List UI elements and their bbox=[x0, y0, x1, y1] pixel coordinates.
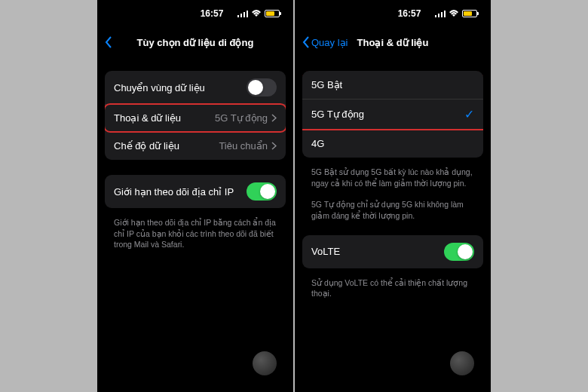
row-data-mode[interactable]: Chế độ dữ liệu Tiêu chuẩn bbox=[105, 131, 286, 160]
svg-rect-6 bbox=[441, 12, 443, 17]
toggle-volte[interactable] bbox=[444, 243, 474, 261]
option-5g-auto[interactable]: 5G Tự động ✓ bbox=[302, 100, 483, 129]
row-label: Chế độ dữ liệu bbox=[114, 140, 219, 152]
row-value: Tiêu chuẩn bbox=[219, 140, 268, 152]
status-bar: 16:57 bbox=[97, 0, 293, 27]
phone-screen-left: 16:57 Tùy chọn dữ liệu di động Chuyển vù… bbox=[97, 0, 293, 392]
back-button[interactable]: Quay lại bbox=[302, 36, 348, 48]
page-title: Thoại & dữ liệu bbox=[357, 37, 429, 48]
option-5g-on[interactable]: 5G Bật bbox=[302, 71, 483, 100]
row-label: Giới hạn theo dõi địa chỉ IP bbox=[114, 186, 247, 198]
svg-rect-0 bbox=[237, 15, 239, 17]
status-bar: 16:57 bbox=[295, 0, 491, 27]
signal-icon bbox=[237, 10, 248, 17]
svg-rect-2 bbox=[243, 12, 245, 17]
wifi-icon bbox=[251, 10, 262, 17]
svg-rect-5 bbox=[438, 14, 439, 17]
status-time: 16:57 bbox=[384, 8, 435, 19]
battery-icon bbox=[462, 10, 477, 17]
battery-icon bbox=[265, 10, 280, 17]
row-label: Thoại & dữ liệu bbox=[114, 112, 215, 124]
settings-group-volte: VoLTE bbox=[302, 235, 483, 268]
back-button[interactable] bbox=[105, 36, 112, 48]
row-label: VoLTE bbox=[311, 246, 444, 257]
row-label: Chuyển vùng dữ liệu bbox=[114, 82, 247, 93]
row-label: 5G Bật bbox=[311, 79, 474, 90]
back-label: Quay lại bbox=[311, 37, 348, 48]
svg-rect-4 bbox=[435, 15, 436, 17]
svg-rect-7 bbox=[444, 11, 446, 17]
chevron-left-icon bbox=[302, 36, 310, 48]
footer-volte: Sử dụng VoLTE có thể cải thiện chất lượn… bbox=[302, 273, 483, 299]
nav-bar: Quay lại Thoại & dữ liệu bbox=[295, 27, 491, 57]
chevron-right-icon bbox=[271, 142, 277, 150]
svg-rect-3 bbox=[247, 11, 248, 17]
nav-bar: Tùy chọn dữ liệu di động bbox=[97, 27, 293, 57]
row-label: 4G bbox=[311, 138, 474, 149]
chevron-left-icon bbox=[105, 36, 112, 48]
page-title: Tùy chọn dữ liệu di động bbox=[137, 37, 254, 48]
row-label: 5G Tự động bbox=[311, 109, 464, 120]
svg-rect-1 bbox=[240, 14, 242, 17]
chevron-right-icon bbox=[271, 114, 277, 122]
row-data-roaming[interactable]: Chuyển vùng dữ liệu bbox=[105, 71, 286, 105]
toggle-ip-limit[interactable] bbox=[247, 182, 277, 201]
assistive-touch[interactable] bbox=[450, 351, 474, 375]
settings-group-ip: Giới hạn theo dõi địa chỉ IP bbox=[105, 175, 286, 208]
checkmark-icon: ✓ bbox=[464, 107, 474, 121]
row-volte[interactable]: VoLTE bbox=[302, 235, 483, 268]
option-4g[interactable]: 4G bbox=[302, 129, 483, 158]
wifi-icon bbox=[449, 10, 459, 17]
row-value: 5G Tự động bbox=[215, 112, 268, 124]
phone-screen-right: 16:57 Quay lại Thoại & dữ liệu 5G Bật bbox=[295, 0, 491, 392]
footer-5g-auto: 5G Tự động chỉ sử dụng 5G khi không làm … bbox=[302, 194, 483, 221]
settings-group-primary: Chuyển vùng dữ liệu Thoại & dữ liệu 5G T… bbox=[105, 71, 286, 160]
signal-icon bbox=[435, 10, 446, 17]
toggle-roaming[interactable] bbox=[247, 78, 277, 96]
footer-ip-limit: Giới hạn theo dõi địa chỉ IP bằng cách ẩ… bbox=[105, 213, 286, 250]
settings-group-network: 5G Bật 5G Tự động ✓ 4G bbox=[302, 71, 483, 158]
row-ip-limit[interactable]: Giới hạn theo dõi địa chỉ IP bbox=[105, 175, 286, 208]
status-time: 16:57 bbox=[186, 8, 237, 19]
footer-5g-on: 5G Bật sử dụng 5G bất kỳ lúc nào khả dụn… bbox=[302, 162, 483, 188]
assistive-touch[interactable] bbox=[253, 351, 277, 375]
row-voice-data[interactable]: Thoại & dữ liệu 5G Tự động bbox=[105, 103, 286, 133]
